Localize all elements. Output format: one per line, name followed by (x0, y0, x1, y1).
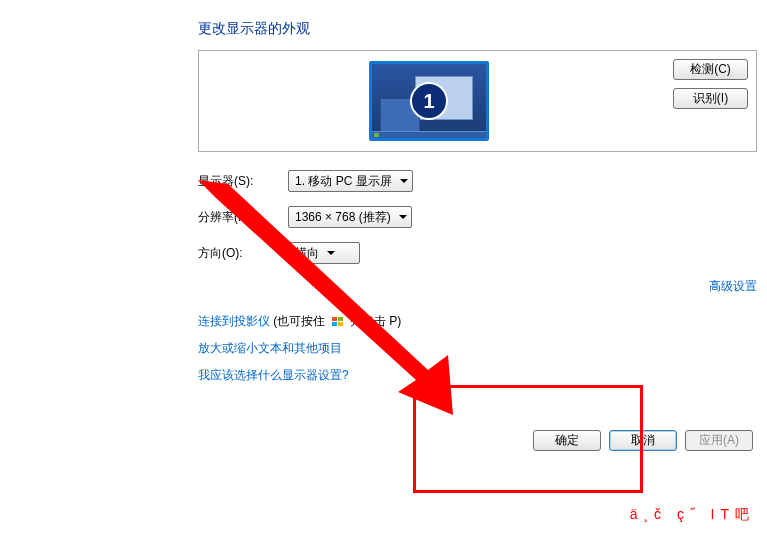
projector-hint-text-a: (也可按住 (270, 314, 329, 328)
enlarge-text-link[interactable]: 放大或缩小文本和其他项目 (198, 341, 342, 355)
monitor-number-badge: 1 (410, 82, 448, 120)
identify-button[interactable]: 识别(I) (673, 88, 748, 109)
detect-button[interactable]: 检测(C) (673, 59, 748, 80)
apply-button: 应用(A) (685, 430, 753, 451)
display-dropdown[interactable]: 1. 移动 PC 显示屏 (288, 170, 413, 192)
cancel-button[interactable]: 取消 (609, 430, 677, 451)
chevron-down-icon (400, 179, 408, 183)
orientation-dropdown-value: 横向 (295, 245, 319, 262)
page-title: 更改显示器的外观 (198, 20, 757, 38)
monitor-preview-area: 1 检测(C) 识别(I) (198, 50, 757, 152)
which-display-settings-link[interactable]: 我应该选择什么显示器设置? (198, 368, 349, 382)
chevron-down-icon (399, 215, 407, 219)
chevron-down-icon (327, 251, 335, 255)
orientation-label: 方向(O): (198, 245, 288, 262)
resolution-label: 分辨率(R): (198, 209, 288, 226)
dialog-button-bar: 确定 取消 应用(A) (533, 430, 753, 451)
display-label: 显示器(S): (198, 173, 288, 190)
display-dropdown-value: 1. 移动 PC 显示屏 (295, 173, 392, 190)
monitor-thumbnail-1[interactable]: 1 (369, 61, 489, 141)
resolution-dropdown[interactable]: 1366 × 768 (推荐) (288, 206, 412, 228)
watermark-text: ä¸č ç˝ IT吧 (630, 506, 755, 524)
advanced-settings-link[interactable]: 高级设置 (709, 279, 757, 293)
resolution-dropdown-value: 1366 × 768 (推荐) (295, 209, 391, 226)
windows-key-icon (331, 316, 345, 328)
connect-projector-link[interactable]: 连接到投影仪 (198, 314, 270, 328)
taskbar-decoration (372, 131, 486, 138)
projector-hint-text-b: 并点击 P) (347, 314, 402, 328)
orientation-dropdown[interactable]: 横向 (288, 242, 360, 264)
ok-button[interactable]: 确定 (533, 430, 601, 451)
